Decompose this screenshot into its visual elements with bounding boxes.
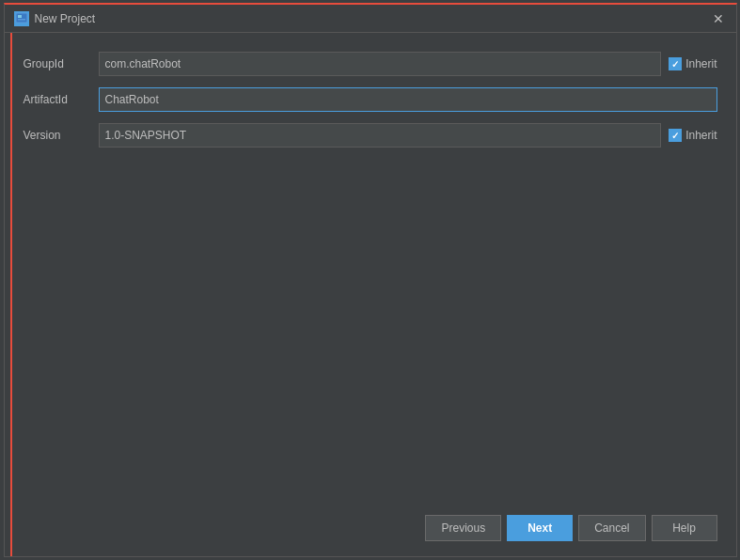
dialog-icon xyxy=(14,11,29,26)
groupid-label: GroupId xyxy=(24,57,99,70)
new-project-dialog: New Project ✕ GroupId Inherit ArtifactId… xyxy=(4,3,737,557)
title-bar-left: New Project xyxy=(14,11,96,26)
version-inherit-checkbox[interactable] xyxy=(669,129,682,142)
groupid-inherit-area: Inherit xyxy=(669,57,716,70)
version-input[interactable] xyxy=(99,123,662,148)
svg-rect-2 xyxy=(18,19,25,21)
groupid-row: GroupId Inherit xyxy=(24,52,717,76)
artifactid-input[interactable] xyxy=(99,87,717,112)
dialog-title: New Project xyxy=(35,12,96,25)
artifactid-row: ArtifactId xyxy=(24,87,717,112)
groupid-inherit-checkbox[interactable] xyxy=(669,57,682,70)
cancel-button[interactable]: Cancel xyxy=(578,515,645,541)
version-inherit-label: Inherit xyxy=(685,129,716,142)
version-row: Version Inherit xyxy=(24,123,717,148)
groupid-inherit-label: Inherit xyxy=(685,57,716,70)
title-bar: New Project ✕ xyxy=(5,5,736,33)
artifactid-label: ArtifactId xyxy=(24,93,99,106)
version-inherit-area: Inherit xyxy=(669,129,716,142)
version-label: Version xyxy=(24,129,99,142)
next-button[interactable]: Next xyxy=(507,515,573,541)
help-button[interactable]: Help xyxy=(652,515,717,541)
previous-button[interactable]: Previous xyxy=(425,515,501,541)
form-content: GroupId Inherit ArtifactId Version Inher… xyxy=(5,33,736,506)
svg-rect-1 xyxy=(18,15,22,18)
groupid-input[interactable] xyxy=(99,52,662,76)
button-bar: Previous Next Cancel Help xyxy=(5,506,736,556)
spacer xyxy=(24,159,717,496)
close-button[interactable]: ✕ xyxy=(710,10,727,27)
left-accent xyxy=(5,33,12,556)
